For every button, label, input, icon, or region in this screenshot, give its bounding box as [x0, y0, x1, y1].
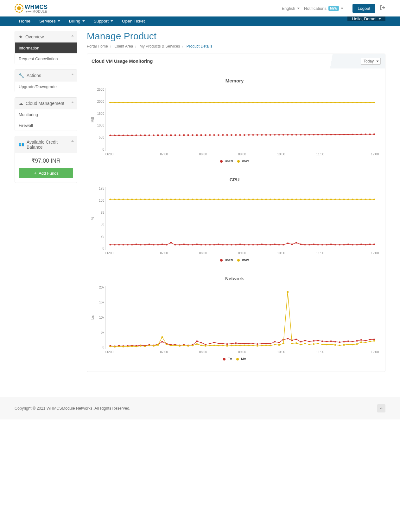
- svg-point-6: [131, 134, 133, 136]
- page-title: Manage Product: [87, 31, 385, 42]
- crumb-client-area[interactable]: Client Area: [114, 44, 133, 49]
- period-select[interactable]: Today: [361, 58, 381, 65]
- svg-point-42: [287, 134, 289, 135]
- svg-point-182: [356, 244, 358, 245]
- svg-point-274: [218, 343, 219, 344]
- svg-point-143: [187, 244, 189, 245]
- svg-point-190: [122, 199, 124, 200]
- sidebar-item-monitoring[interactable]: Monitoring: [15, 109, 77, 120]
- svg-point-346: [261, 345, 263, 346]
- nav-user-menu[interactable]: Hello, Demo!: [347, 16, 385, 21]
- svg-point-140: [174, 244, 176, 245]
- svg-point-229: [291, 199, 293, 200]
- svg-point-350: [278, 344, 280, 346]
- x-ticks: 06:0007:0008:0009:0010:0011:0012:00: [105, 350, 379, 354]
- svg-point-172: [313, 243, 314, 245]
- svg-point-352: [287, 291, 289, 293]
- nav-home[interactable]: Home: [15, 16, 35, 26]
- svg-point-336: [218, 345, 219, 346]
- svg-point-24: [209, 134, 211, 136]
- svg-point-3: [118, 134, 120, 136]
- svg-point-277: [231, 343, 232, 344]
- svg-point-273: [213, 342, 215, 343]
- panel-heading-cloud[interactable]: ☁ Cloud Management: [15, 98, 77, 109]
- svg-point-232: [304, 199, 306, 200]
- nav-services[interactable]: Services: [35, 16, 65, 26]
- svg-point-245: [360, 199, 362, 200]
- svg-point-4: [122, 134, 124, 136]
- svg-point-71: [144, 102, 146, 103]
- svg-point-204: [183, 199, 185, 200]
- svg-point-123: [369, 102, 371, 103]
- chart-plot[interactable]: [105, 187, 379, 250]
- svg-point-214: [226, 199, 228, 200]
- svg-point-141: [179, 244, 181, 245]
- svg-point-133: [144, 244, 146, 245]
- svg-point-129: [127, 244, 129, 245]
- sidebar-item-firewall[interactable]: Firewall: [15, 120, 77, 131]
- svg-point-290: [287, 338, 289, 339]
- svg-point-196: [148, 199, 150, 200]
- svg-point-124: [373, 102, 375, 103]
- wrench-icon: 🔧: [19, 73, 24, 78]
- svg-point-166: [287, 243, 289, 244]
- svg-point-60: [365, 133, 366, 135]
- y-axis-label: MiB: [90, 88, 94, 151]
- sidebar-item-request-cancellation[interactable]: Request Cancellation: [15, 53, 77, 64]
- svg-point-108: [304, 102, 306, 103]
- svg-point-261: [161, 341, 163, 342]
- crumb-portal-home[interactable]: Portal Home: [87, 44, 108, 49]
- svg-point-284: [261, 343, 263, 344]
- svg-point-271: [205, 344, 206, 345]
- svg-point-1: [109, 134, 111, 136]
- svg-point-241: [343, 199, 345, 200]
- logo-subtext: ●━━ MODULE: [25, 10, 48, 13]
- svg-point-150: [218, 243, 219, 245]
- language-menu[interactable]: English: [282, 6, 300, 11]
- svg-point-116: [339, 102, 340, 103]
- svg-point-147: [205, 244, 206, 245]
- sidebar-item-information[interactable]: Information: [15, 42, 77, 53]
- caret-down-icon: [58, 20, 60, 22]
- svg-point-197: [153, 199, 155, 200]
- svg-point-17: [179, 134, 181, 136]
- nav-billing[interactable]: Billing: [65, 16, 89, 26]
- chart-legend: Tx Mx: [90, 357, 379, 361]
- svg-point-248: [373, 199, 375, 200]
- svg-point-279: [239, 343, 241, 344]
- svg-point-320: [148, 345, 150, 346]
- x-ticks: 06:0007:0008:0009:0010:0011:0012:00: [105, 152, 379, 156]
- notifications-badge: NEW: [328, 6, 339, 11]
- back-to-top-button[interactable]: [377, 404, 385, 412]
- svg-point-321: [153, 345, 155, 347]
- add-funds-button[interactable]: ＋ Add Funds: [19, 168, 73, 178]
- chart-title: CPU: [90, 177, 379, 182]
- notifications-menu[interactable]: Notifications NEW: [304, 6, 343, 11]
- language-label: English: [282, 6, 295, 11]
- svg-point-117: [343, 102, 345, 103]
- svg-point-231: [300, 199, 302, 200]
- y-axis-label: %: [90, 187, 94, 250]
- signout-icon[interactable]: [380, 5, 385, 12]
- panel-heading-actions[interactable]: 🔧 Actions: [15, 70, 77, 81]
- panel-heading-overview[interactable]: ★ Overview: [15, 31, 77, 42]
- plus-icon: ＋: [33, 170, 37, 176]
- svg-point-38: [270, 134, 271, 135]
- panel-heading-balance[interactable]: 💶 Available Credit Balance: [15, 136, 77, 153]
- svg-point-323: [161, 336, 163, 338]
- chart-plot[interactable]: [105, 88, 379, 151]
- nav-open-ticket[interactable]: Open Ticket: [117, 16, 149, 26]
- svg-point-183: [360, 243, 362, 245]
- svg-point-240: [339, 199, 340, 200]
- crumb-products-services[interactable]: My Products & Services: [140, 44, 180, 49]
- nav-support[interactable]: Support: [89, 16, 117, 26]
- logo[interactable]: WHMCS ●━━ MODULE: [15, 4, 48, 13]
- chart-plot[interactable]: [105, 286, 379, 349]
- svg-point-139: [170, 242, 172, 243]
- svg-point-228: [287, 199, 289, 200]
- sidebar-item-upgrade[interactable]: Upgrade/Downgrade: [15, 81, 77, 92]
- svg-point-63: [109, 102, 111, 103]
- svg-point-73: [153, 102, 155, 103]
- svg-point-100: [270, 102, 271, 103]
- logout-button[interactable]: Logout: [352, 4, 375, 13]
